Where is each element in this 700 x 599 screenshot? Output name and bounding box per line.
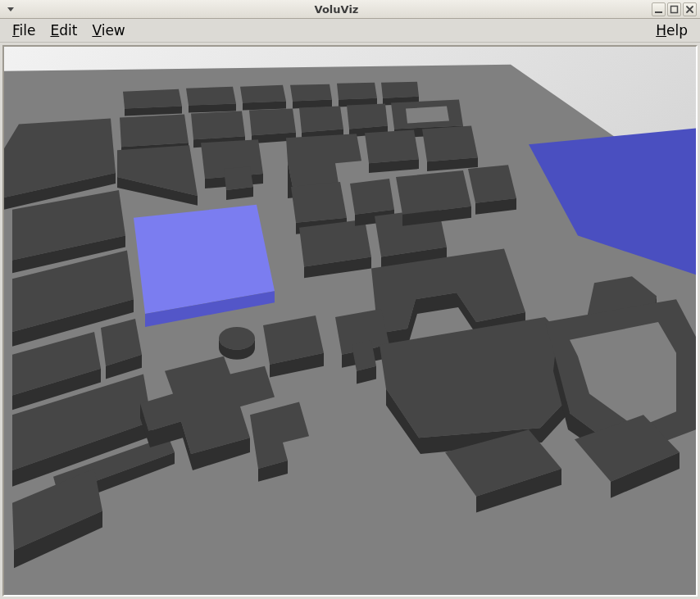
svg-marker-8 (290, 84, 332, 102)
svg-marker-2 (123, 89, 182, 109)
svg-marker-18 (249, 109, 296, 136)
svg-marker-33 (224, 166, 253, 190)
minimize-button[interactable] (652, 2, 666, 16)
svg-marker-12 (381, 82, 419, 98)
menu-edit-rest: dit (59, 22, 77, 39)
viewport-frame (2, 45, 698, 597)
svg-rect-1 (671, 6, 678, 12)
menu-view-rest: iew (102, 22, 125, 39)
close-icon (685, 5, 694, 14)
window-titlebar: VoluViz (0, 0, 700, 19)
viewport-3d[interactable] (4, 47, 696, 595)
svg-marker-4 (186, 87, 236, 106)
svg-marker-10 (337, 83, 377, 100)
svg-rect-0 (655, 11, 662, 13)
menu-file-mnemonic: F (12, 22, 20, 39)
menu-help[interactable]: Help (648, 20, 695, 40)
menu-view[interactable]: View (84, 20, 132, 40)
menu-edit-mnemonic: E (50, 22, 59, 39)
minimize-icon (654, 5, 663, 14)
svg-marker-16 (191, 111, 245, 140)
window-menu-icon (5, 3, 16, 15)
svg-marker-14 (120, 115, 189, 147)
menu-view-mnemonic: V (92, 22, 101, 39)
svg-marker-22 (347, 104, 388, 129)
menu-help-rest: elp (666, 22, 688, 39)
menubar: File Edit View Help (0, 19, 700, 43)
svg-marker-61 (350, 179, 394, 215)
menu-file-rest: ile (20, 22, 36, 39)
svg-marker-6 (240, 85, 286, 103)
window-menu-button[interactable] (0, 3, 21, 15)
maximize-button[interactable] (667, 2, 681, 16)
menu-help-mnemonic: H (656, 22, 666, 39)
svg-point-72 (219, 327, 255, 350)
window-title: VoluViz (21, 3, 652, 16)
menu-file[interactable]: File (5, 20, 43, 40)
svg-marker-26 (406, 107, 449, 124)
svg-marker-37 (365, 129, 419, 163)
client-area (0, 43, 700, 599)
window-controls (652, 2, 700, 16)
svg-marker-57 (291, 182, 347, 223)
close-button[interactable] (683, 2, 697, 16)
svg-marker-20 (299, 107, 343, 133)
svg-marker-39 (422, 125, 478, 161)
svg-marker-67 (468, 165, 516, 203)
maximize-icon (670, 5, 679, 14)
menu-edit[interactable]: Edit (43, 20, 84, 40)
